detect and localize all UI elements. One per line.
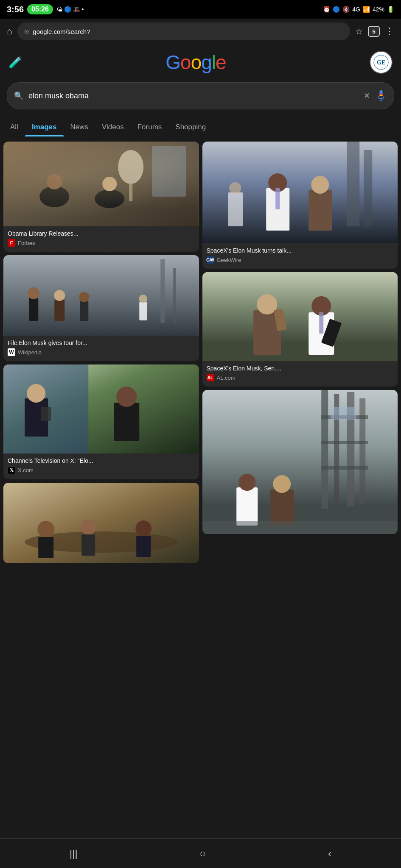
svg-rect-43 — [136, 536, 151, 557]
url-text: google.com/search? — [33, 28, 343, 35]
tab-shopping[interactable]: Shopping — [168, 118, 213, 136]
svg-rect-34 — [114, 403, 139, 441]
svg-rect-19 — [173, 268, 176, 323]
status-time: 3:56 — [7, 5, 24, 14]
svg-rect-69 — [321, 466, 368, 470]
voice-search-button[interactable] — [375, 88, 387, 104]
labs-icon[interactable]: 🧪 — [8, 56, 22, 69]
svg-rect-70 — [331, 407, 356, 420]
svg-point-21 — [28, 287, 39, 299]
image-title: SpaceX's Elon Musk, Sen.... — [207, 364, 394, 372]
svg-rect-52 — [228, 192, 243, 226]
bottom-nav: ||| ○ ‹ — [0, 838, 401, 868]
image-col-left: Obama Library Releases... F Forbes — [3, 142, 199, 563]
svg-point-53 — [229, 182, 241, 194]
tab-images[interactable]: Images — [25, 118, 64, 136]
svg-rect-46 — [364, 150, 372, 226]
svg-rect-63 — [321, 390, 328, 509]
source-favicon: W — [8, 348, 15, 356]
svg-point-23 — [54, 290, 65, 301]
filter-tabs: All Images News Videos Forums Shopping — [0, 116, 401, 138]
search-query: elon musk obama — [28, 92, 359, 100]
search-bar-container: 🔍 elon musk obama ✕ — [0, 81, 401, 116]
bluetooth-icon: 🔵 — [333, 6, 340, 13]
list-item[interactable]: SpaceX's Elon Musk turns talk... GW Geek… — [202, 142, 398, 269]
svg-point-51 — [311, 176, 329, 194]
svg-rect-22 — [54, 300, 64, 321]
svg-point-15 — [102, 177, 117, 191]
svg-rect-75 — [202, 521, 398, 534]
image-title: SpaceX's Elon Musk turns talk... — [207, 247, 394, 254]
home-icon[interactable]: ⌂ — [7, 26, 12, 37]
status-right: ⏰ 🔵 🔇 4G 📶 42% 🔋 — [323, 6, 394, 13]
svg-rect-49 — [275, 188, 280, 209]
svg-rect-50 — [308, 190, 332, 231]
url-bar[interactable]: ⊙ google.com/search? — [17, 22, 350, 40]
source-favicon: GW — [207, 256, 214, 264]
svg-point-42 — [135, 520, 151, 537]
home-button[interactable]: ○ — [200, 848, 206, 860]
svg-rect-8 — [3, 142, 199, 226]
clear-search-button[interactable]: ✕ — [364, 91, 370, 100]
status-call: 05:26 — [27, 4, 53, 14]
source-favicon: F — [8, 239, 15, 247]
search-bar[interactable]: 🔍 elon musk obama ✕ — [7, 82, 394, 109]
svg-rect-11 — [152, 146, 186, 197]
svg-point-27 — [139, 295, 147, 303]
image-source: F Forbes — [8, 239, 195, 250]
image-thumb-walking — [202, 272, 398, 361]
image-thumb-meeting — [3, 483, 199, 563]
tab-forums[interactable]: Forums — [131, 118, 169, 136]
tab-all[interactable]: All — [3, 118, 25, 136]
svg-point-74 — [273, 475, 291, 493]
image-caption: File:Elon Musk gives tour for... W Wikip… — [3, 336, 199, 361]
search-icon: 🔍 — [14, 91, 23, 100]
image-title: File:Elon Musk gives tour for... — [8, 339, 195, 347]
list-item[interactable]: File:Elon Musk gives tour for... W Wikip… — [3, 255, 199, 361]
list-item[interactable]: SpaceX's Elon Musk, Sen.... AL AL.com — [202, 272, 398, 387]
svg-rect-39 — [38, 537, 53, 558]
status-bar: 3:56 05:26 🌤 🔵 🎩 • ⏰ 🔵 🔇 4G 📶 42% 🔋 — [0, 0, 401, 19]
image-source: AL AL.com — [207, 374, 394, 385]
image-caption: Channels Television on X: "Elo... 𝕏 X.co… — [3, 453, 199, 479]
svg-rect-4 — [380, 95, 383, 96]
svg-point-40 — [81, 520, 96, 535]
status-left: 3:56 05:26 🌤 🔵 🎩 • — [7, 4, 84, 14]
tab-news[interactable]: News — [64, 118, 95, 136]
svg-rect-26 — [139, 302, 147, 320]
back-button[interactable]: ‹ — [328, 848, 331, 860]
ge-logo[interactable]: GE — [370, 51, 393, 74]
svg-rect-66 — [359, 398, 365, 504]
list-item[interactable] — [3, 483, 199, 563]
svg-rect-45 — [347, 142, 359, 226]
recents-button[interactable]: ||| — [70, 848, 78, 860]
google-header: 🧪 Google GE — [0, 44, 401, 81]
image-caption: SpaceX's Elon Musk turns talk... GW Geek… — [202, 243, 398, 269]
svg-rect-7 — [3, 142, 199, 226]
svg-rect-41 — [81, 534, 95, 556]
list-item[interactable]: Obama Library Releases... F Forbes — [3, 142, 199, 252]
svg-point-9 — [118, 150, 143, 184]
svg-rect-24 — [80, 301, 88, 321]
signal-icon: 📶 — [363, 6, 370, 13]
svg-rect-18 — [160, 259, 165, 323]
svg-point-14 — [95, 189, 124, 208]
image-source: GW GeekWire — [207, 256, 394, 267]
svg-point-13 — [47, 174, 62, 189]
menu-icon[interactable]: ⋮ — [385, 26, 394, 37]
image-thumb-rocket — [202, 390, 398, 534]
bookmark-icon[interactable]: ☆ — [355, 26, 363, 36]
list-item[interactable] — [202, 390, 398, 534]
svg-rect-20 — [29, 298, 38, 321]
source-favicon: 𝕏 — [8, 467, 15, 474]
image-thumb-oval-office — [3, 142, 199, 226]
battery-text: 42% — [373, 6, 384, 13]
list-item[interactable]: Channels Television on X: "Elo... 𝕏 X.co… — [3, 364, 199, 479]
tab-videos[interactable]: Videos — [95, 118, 131, 136]
svg-text:GE: GE — [377, 59, 385, 66]
svg-rect-61 — [319, 312, 323, 334]
tabs-button[interactable]: 5 — [368, 26, 380, 37]
network-icon: 4G — [352, 6, 360, 13]
image-caption: SpaceX's Elon Musk, Sen.... AL AL.com — [202, 361, 398, 387]
svg-point-12 — [39, 186, 69, 207]
